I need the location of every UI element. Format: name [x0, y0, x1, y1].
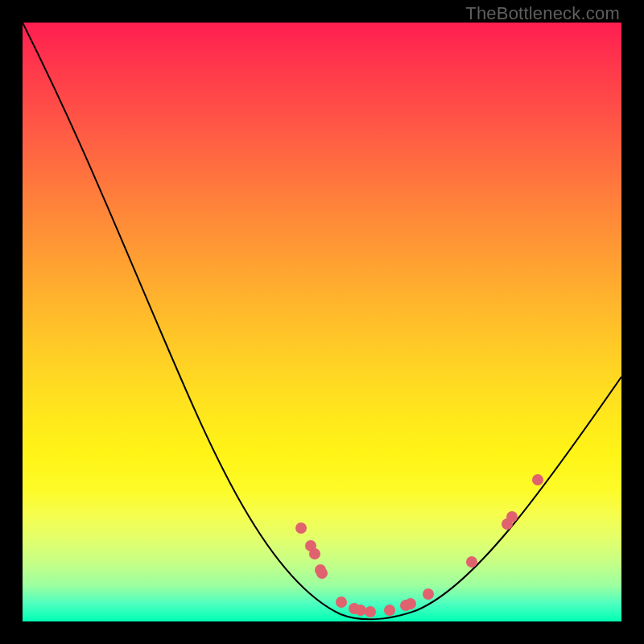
data-point	[309, 548, 320, 559]
data-point	[532, 474, 543, 485]
data-point	[466, 556, 477, 568]
data-point	[316, 568, 328, 579]
data-point	[336, 597, 347, 608]
chart-plot-area	[23, 23, 621, 621]
data-point	[365, 606, 376, 617]
data-point	[423, 588, 434, 600]
data-point	[355, 605, 366, 616]
chart-svg	[23, 23, 621, 621]
watermark-text: TheBottleneck.com	[465, 3, 620, 24]
bottleneck-curve	[23, 23, 621, 619]
data-point	[405, 598, 416, 609]
data-point	[295, 522, 307, 534]
data-points	[295, 474, 543, 617]
data-point	[506, 511, 518, 522]
data-point	[384, 605, 395, 616]
